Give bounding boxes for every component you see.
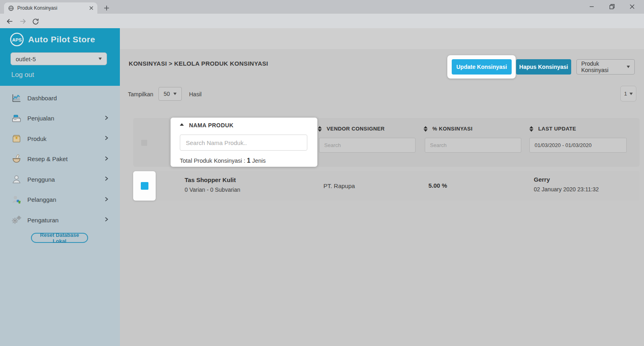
tab-title: Produk Konsinyasi — [17, 5, 86, 11]
chevron-right-icon — [104, 135, 109, 142]
total-value: 1 — [247, 157, 251, 164]
sidebar-item-label: Resep & Paket — [27, 155, 68, 162]
screen: Produk Konsinyasi — [0, 0, 644, 346]
sidebar-item-pengguna[interactable]: Pengguna — [0, 169, 120, 190]
show-count-select[interactable]: 50 — [158, 87, 182, 101]
forward-icon[interactable] — [18, 17, 28, 26]
globe-favicon — [8, 5, 14, 11]
new-tab-icon[interactable] — [101, 3, 112, 13]
row-checkbox[interactable] — [141, 182, 148, 190]
sidebar-item-produk[interactable]: Produk — [0, 128, 120, 149]
tab-close-icon[interactable] — [89, 6, 93, 10]
nama-produk-search-input[interactable] — [180, 135, 307, 151]
hapus-konsinyasi-button[interactable]: Hapus Konsinyasi — [516, 59, 571, 75]
sidebar-item-label: Pelanggan — [27, 196, 56, 203]
total-prefix: Total Produk Konsinyasi : — [180, 157, 245, 164]
vendor-search-input[interactable] — [319, 138, 416, 153]
cell-updated-at: 02 January 2020 23:11:32 — [534, 186, 599, 193]
caret-down-icon — [173, 93, 177, 95]
customer-icon — [11, 195, 22, 205]
close-icon[interactable] — [626, 1, 638, 12]
sidebar-header: APS Auto Pilot Store outlet-5 Log out — [0, 28, 120, 86]
sidebar: APS Auto Pilot Store outlet-5 Log out Da… — [0, 28, 120, 346]
sort-asc-icon[interactable] — [180, 123, 184, 126]
sidebar-item-pengaturan[interactable]: Pengaturan — [0, 210, 120, 230]
chevron-right-icon — [104, 196, 109, 203]
mortar-icon — [11, 154, 22, 164]
restore-icon[interactable] — [606, 1, 617, 12]
column-header-last-update[interactable]: LAST UPDATE — [538, 126, 576, 132]
page-select[interactable]: 1 — [620, 86, 636, 102]
total-produk-line: Total Produk Konsinyasi :1Jenis — [180, 157, 266, 164]
sidebar-item-pelanggan[interactable]: Pelanggan — [0, 190, 120, 210]
caret-down-icon — [99, 58, 102, 60]
aps-logo-icon: APS — [10, 32, 24, 47]
update-konsinyasi-button[interactable]: Update Konsinyasi — [452, 59, 512, 75]
sidebar-item-label: Produk — [27, 135, 47, 142]
sidebar-item-label: Pengguna — [27, 176, 55, 183]
nama-produk-popup: NAMA PRODUK Total Produk Konsinyasi :1Je… — [171, 118, 317, 167]
konsinyasi-search-input[interactable] — [425, 138, 521, 153]
window-controls — [586, 0, 642, 13]
sidebar-item-resep-paket[interactable]: Resep & Paket — [0, 149, 120, 170]
reset-database-button[interactable]: Reset Database Lokal — [31, 233, 88, 243]
minimize-icon[interactable] — [586, 1, 597, 12]
mode-select[interactable]: Produk Konsinyasi — [576, 59, 635, 75]
dashboard-chart-icon — [11, 93, 22, 103]
outlet-select[interactable]: outlet-5 — [10, 52, 107, 65]
column-header-nama-produk[interactable]: NAMA PRODUK — [189, 122, 233, 128]
cash-register-icon — [11, 113, 22, 124]
date-range-value: 01/03/2020 - 01/03/2020 — [535, 142, 592, 148]
svg-text:APS: APS — [12, 37, 22, 42]
cell-vendor: PT. Rapupa — [323, 182, 355, 189]
table-row[interactable]: Tas Shopper Kulit 0 Varian - 0 Subvarian… — [133, 171, 640, 201]
back-icon[interactable] — [5, 17, 14, 26]
chevron-right-icon — [104, 176, 109, 183]
breadcrumb: KONSINYASI > KELOLA PRODUK KONSINYASI — [129, 60, 268, 67]
cell-product-name: Tas Shopper Kulit — [185, 176, 236, 183]
reload-icon[interactable] — [31, 17, 40, 26]
sort-both-icon[interactable] — [318, 126, 322, 132]
gears-icon — [11, 215, 22, 225]
sidebar-item-label: Penjualan — [27, 115, 54, 122]
column-header-konsinyasi[interactable]: % KONSINYASI — [432, 126, 473, 132]
caret-down-icon — [630, 93, 633, 95]
user-icon — [11, 174, 22, 184]
row-checkbox-spotlight — [133, 171, 156, 201]
outlet-select-value: outlet-5 — [16, 56, 36, 62]
page-topbar — [120, 28, 644, 49]
browser-toolbar: member.autopilotstore.co.id/produk_konsi… — [0, 14, 644, 28]
caret-down-icon — [627, 66, 630, 68]
total-suffix: Jenis — [252, 157, 266, 164]
cell-percent: 5.00 % — [428, 182, 447, 189]
date-range-input[interactable]: 01/03/2020 - 01/03/2020 — [529, 138, 627, 153]
sort-both-icon[interactable] — [529, 126, 533, 132]
brand-name: Auto Pilot Store — [28, 35, 95, 44]
sidebar-item-label: Dashboard — [27, 95, 57, 102]
chevron-right-icon — [104, 216, 109, 224]
sidebar-item-dashboard[interactable]: Dashboard — [0, 88, 120, 108]
logout-link[interactable]: Log out — [11, 71, 34, 79]
show-count-value: 50 — [164, 91, 170, 97]
column-header-vendor[interactable]: VENDOR CONSIGNER — [327, 126, 385, 132]
cell-updated-by: Gerry — [534, 176, 550, 183]
cell-product-variants: 0 Varian - 0 Subvarian — [185, 186, 240, 193]
mode-select-value: Produk Konsinyasi — [581, 60, 627, 73]
sidebar-item-label: Pengaturan — [27, 217, 59, 224]
browser-tab-strip: Produk Konsinyasi — [0, 0, 644, 14]
select-all-checkbox[interactable] — [141, 140, 147, 146]
sidebar-item-penjualan[interactable]: Penjualan — [0, 108, 120, 129]
chevron-right-icon — [104, 115, 109, 122]
box-icon — [11, 133, 22, 144]
browser-tab[interactable]: Produk Konsinyasi — [4, 2, 97, 14]
sort-both-icon[interactable] — [424, 126, 428, 132]
page-content: KONSINYASI > KELOLA PRODUK KONSINYASI Up… — [120, 49, 644, 346]
show-label: Tampilkan — [128, 91, 153, 97]
page-select-value: 1 — [624, 91, 627, 97]
chevron-right-icon — [104, 155, 109, 163]
results-label: Hasil — [189, 91, 202, 97]
sidebar-menu: Dashboard Penjualan Produk Re — [0, 88, 120, 230]
